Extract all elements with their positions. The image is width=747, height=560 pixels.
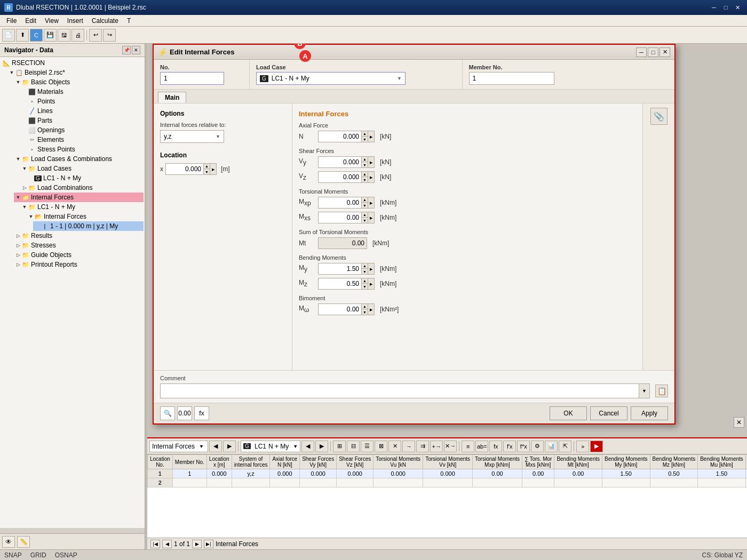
grid-btn[interactable]: ⊞ xyxy=(333,441,346,452)
lc-next-btn[interactable]: ▶ xyxy=(315,441,328,452)
nav-last-btn[interactable]: ▶| xyxy=(204,540,213,548)
cols-btn[interactable]: ⊟ xyxy=(347,441,360,452)
tree-printout-reports[interactable]: ▷ 📁 Printout Reports xyxy=(14,260,144,269)
my-right[interactable]: ▶ xyxy=(368,263,374,274)
toolbar-btn-3[interactable]: C xyxy=(30,29,43,42)
nav-close-button[interactable]: ✕ xyxy=(132,46,140,54)
nav-prev-btn[interactable]: ◀ xyxy=(162,540,172,548)
mxp-down[interactable]: ▼ xyxy=(361,203,368,208)
nav-next-btn[interactable]: ▶ xyxy=(192,540,202,548)
vz-up[interactable]: ▲ xyxy=(361,172,368,177)
arrow-del-btn[interactable]: ✕→ xyxy=(444,441,457,452)
type-dropdown[interactable]: Internal Forces xyxy=(149,441,208,452)
cancel-button[interactable]: Cancel xyxy=(590,406,627,420)
toolbar-btn-1[interactable]: 📄 xyxy=(2,29,15,42)
nav-pin-button[interactable]: 📌 xyxy=(122,46,131,54)
tree-load-cases[interactable]: ▼ 📁 Load Cases xyxy=(20,164,144,173)
next-btn[interactable]: ▶ xyxy=(223,441,236,452)
fx-tool-btn[interactable]: fx xyxy=(194,406,209,420)
dialog-close-button[interactable]: ✕ xyxy=(659,47,670,57)
table-row[interactable]: 1 1 0.000 y,z 0.000 0.000 0.000 0.000 0.… xyxy=(148,469,748,478)
tree-materials[interactable]: ⬛ Materials xyxy=(20,87,144,97)
tree-lines[interactable]: ╱ Lines xyxy=(20,106,144,116)
axial-force-input[interactable] xyxy=(319,131,361,142)
dialog-maximize-button[interactable]: □ xyxy=(648,47,658,57)
load-case-dropdown[interactable]: G LC1 - N + My xyxy=(256,72,406,85)
nav-horiz-scroll[interactable] xyxy=(0,528,145,533)
comment-dropdown-btn[interactable]: ▼ xyxy=(639,384,649,398)
tree-elements[interactable]: ✏ Elements xyxy=(20,135,144,145)
mz-up[interactable]: ▲ xyxy=(361,278,368,284)
menu-t[interactable]: T xyxy=(123,16,135,26)
vz-input[interactable] xyxy=(319,172,361,182)
lines-btn[interactable]: ≡ xyxy=(462,441,474,452)
fx4-btn[interactable]: f*x xyxy=(517,441,530,452)
toolbar-btn-4[interactable]: 💾 xyxy=(44,29,57,42)
x-right-arrow[interactable]: ▶ xyxy=(210,164,216,174)
x-down-arrow[interactable]: ▼ xyxy=(203,169,210,174)
mxs-right[interactable]: ▶ xyxy=(368,212,374,223)
vz-down[interactable]: ▼ xyxy=(361,177,368,182)
nav-first-btn[interactable]: |◀ xyxy=(150,540,160,548)
apply-button[interactable]: Apply xyxy=(631,406,668,420)
toolbar-btn-2[interactable]: ⬆ xyxy=(16,29,29,42)
lc-dropdown[interactable]: G LC1 N + My xyxy=(241,441,300,452)
mw-down[interactable]: ▼ xyxy=(361,309,368,315)
lc-prev-btn[interactable]: ◀ xyxy=(301,441,314,452)
vy-up[interactable]: ▲ xyxy=(361,157,368,162)
x-btn[interactable]: ✕ xyxy=(388,441,401,452)
menu-calculate[interactable]: Calculate xyxy=(88,16,123,26)
vy-down[interactable]: ▼ xyxy=(361,162,368,167)
tree-openings[interactable]: ⬜ Openings xyxy=(20,125,144,135)
ab-btn[interactable]: ab= xyxy=(475,441,488,452)
tree-results[interactable]: ▷ 📁 Results xyxy=(14,231,144,241)
ok-button[interactable]: OK xyxy=(550,406,587,420)
toolbar-btn-8[interactable]: ↪ xyxy=(103,29,116,42)
tree-lc1[interactable]: G LC1 - N + My xyxy=(27,173,144,183)
toolbar-btn-7[interactable]: ↩ xyxy=(89,29,102,42)
tree-root[interactable]: 📐 RSECTION xyxy=(1,58,144,68)
mxp-up[interactable]: ▲ xyxy=(361,197,368,203)
tree-if-lc1[interactable]: ▼ 📁 LC1 - N + My xyxy=(20,202,144,212)
mw-up[interactable]: ▲ xyxy=(361,304,368,309)
arrow-plus-btn[interactable]: +→ xyxy=(430,441,443,452)
vz-right[interactable]: ▶ xyxy=(368,172,374,182)
nav-ruler-button[interactable]: 📏 xyxy=(17,536,30,548)
x-input[interactable] xyxy=(166,164,203,174)
tree-parts[interactable]: ⬛ Parts xyxy=(20,116,144,125)
tree-load-combinations[interactable]: ▷ 📁 Load Combinations xyxy=(20,183,144,193)
n-down-arrow[interactable]: ▼ xyxy=(361,137,368,142)
chart-btn[interactable]: 📊 xyxy=(545,441,558,452)
tree-basic-objects[interactable]: ▼ 📁 Basic Objects xyxy=(14,77,144,87)
menu-insert[interactable]: Insert xyxy=(63,16,88,26)
prev-btn[interactable]: ◀ xyxy=(209,441,222,452)
close-button[interactable]: ✕ xyxy=(732,3,743,12)
tree-load-cases-comb[interactable]: ▼ 📁 Load Cases & Combinations xyxy=(14,154,144,164)
tree-guide-objects[interactable]: ▷ 📁 Guide Objects xyxy=(14,250,144,260)
tree-project[interactable]: ▼ 📋 Beispiel 2.rsc* xyxy=(7,68,144,77)
vy-right[interactable]: ▶ xyxy=(368,157,374,167)
menu-view[interactable]: View xyxy=(41,16,63,26)
mw-right[interactable]: ▶ xyxy=(368,304,374,315)
member-no-input[interactable] xyxy=(469,72,554,85)
fx3-btn[interactable]: f'x xyxy=(503,441,516,452)
mxs-input[interactable] xyxy=(319,212,361,223)
minimize-button[interactable]: ─ xyxy=(709,3,719,12)
gear-btn[interactable]: ⚙ xyxy=(531,441,544,452)
list-btn[interactable]: ☰ xyxy=(361,441,374,452)
mxp-right[interactable]: ▶ xyxy=(368,197,374,208)
menu-edit[interactable]: Edit xyxy=(21,16,41,26)
dialog-minimize-button[interactable]: ─ xyxy=(636,47,647,57)
clip-button[interactable]: 📎 xyxy=(650,108,667,125)
no-input[interactable] xyxy=(160,72,224,85)
x-up-arrow[interactable]: ▲ xyxy=(203,164,210,169)
table-row[interactable]: 2 xyxy=(148,478,748,487)
relative-select[interactable]: y,z xyxy=(160,130,224,143)
n-up-arrow[interactable]: ▲ xyxy=(361,131,368,137)
tree-stresses[interactable]: ▷ 📁 Stresses xyxy=(14,241,144,250)
tree-points[interactable]: • Points xyxy=(20,97,144,106)
menu-file[interactable]: File xyxy=(2,16,21,26)
my-input[interactable] xyxy=(319,263,361,274)
mz-input[interactable] xyxy=(319,278,361,289)
filter-btn[interactable]: ⊠ xyxy=(375,441,387,452)
